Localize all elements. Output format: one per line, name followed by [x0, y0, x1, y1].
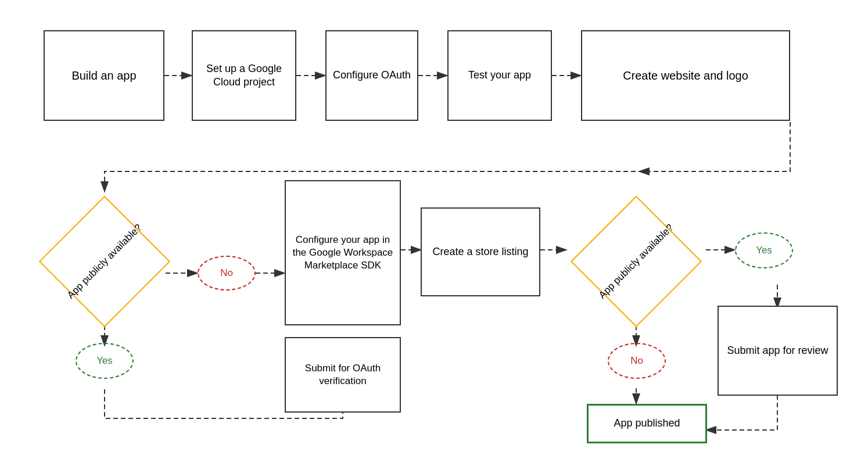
- setup-gcp-box: Set up a Google Cloud project: [192, 30, 296, 121]
- build-app-box: Build an app: [44, 30, 164, 121]
- diamond2-wrap: App publicly available?: [566, 195, 706, 328]
- diamond1-wrap: App publicly available?: [44, 195, 166, 328]
- test-app-box: Test your app: [447, 30, 552, 121]
- submit-review-box: Submit app for review: [718, 306, 838, 396]
- configure-workspace-box: Configure your app in the Google Workspa…: [285, 180, 401, 325]
- yes-oval-2: Yes: [735, 232, 793, 268]
- create-store-listing-box: Create a store listing: [421, 207, 540, 296]
- submit-oauth-box: Submit for OAuth verification: [285, 337, 401, 413]
- yes-oval-1: Yes: [76, 343, 134, 379]
- no-oval-2: No: [608, 343, 666, 379]
- create-website-box: Create website and logo: [581, 30, 790, 121]
- app-published-box: App published: [587, 404, 707, 443]
- configure-oauth-box: Configure OAuth: [325, 30, 418, 121]
- workflow-diagram: Build an app Set up a Google Cloud proje…: [0, 0, 868, 473]
- no-oval-1: No: [198, 256, 256, 291]
